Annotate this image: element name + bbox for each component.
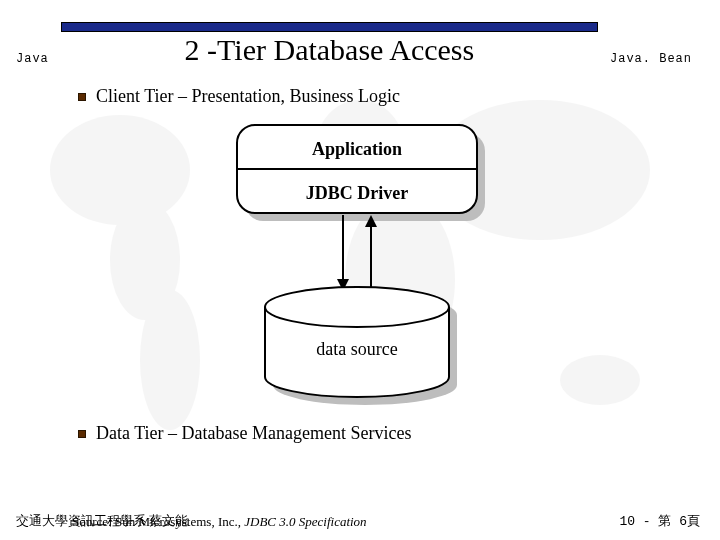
diagram-label-application: Application xyxy=(312,139,402,159)
slide-title: 2 -Tier Database Access xyxy=(61,34,598,66)
footer-page-number: 10 - 第 6頁 xyxy=(619,512,700,530)
bullet-icon xyxy=(78,430,86,438)
footer-source: Source: Sun Microsystems, Inc., JDBC 3.0… xyxy=(72,514,367,530)
bullet-client-tier: Client Tier – Presentation, Business Log… xyxy=(0,66,720,107)
slide-header: Java 2 -Tier Database Access Java. Bean xyxy=(0,0,720,66)
two-tier-diagram-svg: Application JDBC Driver data source xyxy=(205,115,515,415)
bullet-text: Client Tier – Presentation, Business Log… xyxy=(96,86,400,107)
footer-source-title: JDBC 3.0 Specification xyxy=(244,514,366,529)
architecture-diagram: Application JDBC Driver data source xyxy=(0,115,720,415)
title-bar xyxy=(61,22,598,32)
bullet-icon xyxy=(78,93,86,101)
header-left-label: Java xyxy=(16,48,49,66)
bullet-text: Data Tier – Database Management Services xyxy=(96,423,411,444)
header-right-label: Java. Bean xyxy=(610,48,692,66)
bullet-data-tier: Data Tier – Database Management Services xyxy=(0,415,720,444)
svg-point-21 xyxy=(265,287,449,327)
diagram-label-data-source: data source xyxy=(316,339,397,359)
footer-source-prefix: Source: Sun Microsystems, Inc., xyxy=(72,514,244,529)
diagram-label-jdbc-driver: JDBC Driver xyxy=(306,183,408,203)
